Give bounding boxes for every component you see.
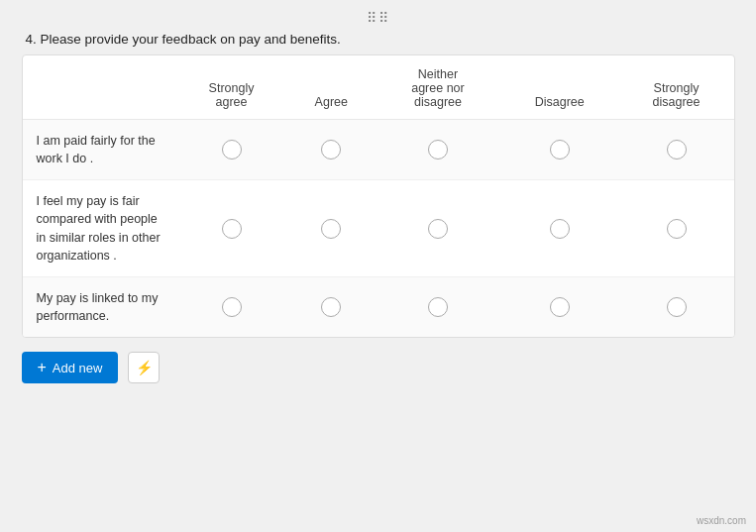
cell-row3-neither xyxy=(376,276,500,337)
cell-row2-strongly-disagree xyxy=(619,180,734,277)
page-container: ⠿⠿ 4. Please provide your feedback on pa… xyxy=(0,0,756,532)
header-agree: Agree xyxy=(287,55,376,120)
cell-row1-strongly-disagree xyxy=(619,120,734,180)
radio-row2-disagree[interactable] xyxy=(550,219,570,239)
table-row: My pay is linked to my performance. xyxy=(23,276,734,337)
row-label-row3: My pay is linked to my performance. xyxy=(23,276,176,337)
cell-row1-neither xyxy=(376,120,500,180)
header-strongly-disagree: Stronglydisagree xyxy=(619,55,734,120)
cell-row2-disagree xyxy=(500,180,619,277)
radio-row1-neither[interactable] xyxy=(428,140,448,160)
table-row: I am paid fairly for the work I do . xyxy=(23,120,734,180)
cell-row3-strongly-disagree xyxy=(619,276,734,337)
cell-row3-agree xyxy=(287,276,376,337)
radio-row3-strongly-disagree[interactable] xyxy=(667,297,687,317)
question-title: 4. Please provide your feedback on pay a… xyxy=(22,32,735,47)
cell-row2-agree xyxy=(287,180,376,277)
radio-row3-strongly-agree[interactable] xyxy=(222,297,242,317)
cell-row3-disagree xyxy=(500,276,619,337)
cell-row1-strongly-agree xyxy=(176,120,287,180)
cell-row2-strongly-agree xyxy=(176,180,287,277)
header-empty xyxy=(23,55,176,120)
radio-row1-agree[interactable] xyxy=(321,140,341,160)
radio-row2-strongly-disagree[interactable] xyxy=(667,219,687,239)
cell-row3-strongly-agree xyxy=(176,276,287,337)
question-number: 4. xyxy=(26,32,37,47)
watermark: wsxdn.com xyxy=(697,515,746,526)
bolt-icon: ⚡ xyxy=(136,360,153,375)
drag-handle: ⠿⠿ xyxy=(367,10,390,26)
radio-row1-strongly-agree[interactable] xyxy=(222,140,242,160)
row-label-row1: I am paid fairly for the work I do . xyxy=(23,120,176,180)
header-strongly-agree: Stronglyagree xyxy=(176,55,287,120)
matrix-card: Stronglyagree Agree Neitheragree nordisa… xyxy=(22,54,735,338)
radio-row2-agree[interactable] xyxy=(321,219,341,239)
cell-row2-neither xyxy=(376,180,500,277)
cell-row1-agree xyxy=(287,120,376,180)
footer-bar: + Add new ⚡ xyxy=(22,352,735,383)
radio-row1-disagree[interactable] xyxy=(550,140,570,160)
matrix-table: Stronglyagree Agree Neitheragree nordisa… xyxy=(23,55,734,337)
row-label-row2: I feel my pay is fair compared with peop… xyxy=(23,180,176,277)
question-text: Please provide your feedback on pay and … xyxy=(41,32,341,47)
table-row: I feel my pay is fair compared with peop… xyxy=(23,180,734,277)
radio-row3-agree[interactable] xyxy=(321,297,341,317)
cell-row1-disagree xyxy=(500,120,619,180)
add-new-label: Add new xyxy=(53,361,103,375)
radio-row3-disagree[interactable] xyxy=(550,297,570,317)
bolt-button[interactable]: ⚡ xyxy=(128,352,160,383)
radio-row1-strongly-disagree[interactable] xyxy=(667,140,687,160)
question-block: 4. Please provide your feedback on pay a… xyxy=(22,32,735,338)
add-new-button[interactable]: + Add new xyxy=(22,352,119,383)
header-row: Stronglyagree Agree Neitheragree nordisa… xyxy=(23,55,734,120)
header-neither: Neitheragree nordisagree xyxy=(376,55,500,120)
plus-icon: + xyxy=(38,360,47,375)
header-disagree: Disagree xyxy=(500,55,619,120)
radio-row2-neither[interactable] xyxy=(428,219,448,239)
radio-row3-neither[interactable] xyxy=(428,297,448,317)
radio-row2-strongly-agree[interactable] xyxy=(222,219,242,239)
